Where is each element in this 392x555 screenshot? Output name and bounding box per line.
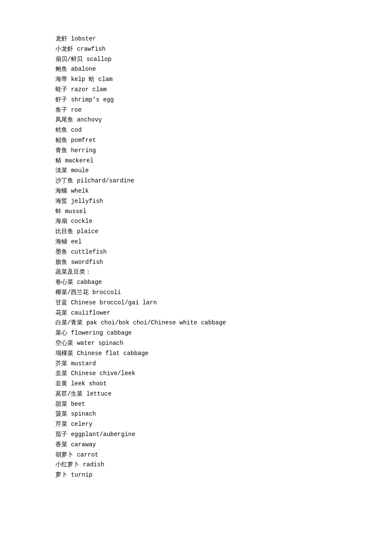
list-item: 扇贝/鲜贝 scallop — [55, 55, 337, 65]
list-item: 芥菜 mustard — [55, 359, 337, 369]
list-item: 鳕鱼 cod — [55, 125, 337, 136]
list-item: 白菜/青菜 pak choi/bok choi/Chinese white ca… — [55, 318, 337, 328]
list-item: 卷心菜 cabbage — [55, 278, 337, 288]
list-item: 淡菜 moule — [55, 166, 337, 176]
list-item: 菠菜 spinach — [55, 409, 337, 419]
list-item: 塌棵菜 Chinese flat cabbage — [55, 349, 337, 359]
list-item: 鲳鱼 pomfret — [55, 136, 337, 146]
list-item: 空心菜 water spinach — [55, 338, 337, 349]
list-item: 蚌 mussel — [55, 207, 337, 217]
list-item: 蔬菜及豆类： — [55, 267, 337, 278]
list-item: 花菜 cauliflower — [55, 308, 337, 318]
list-item: 凤尾鱼 anchovy — [55, 115, 337, 125]
list-item: 海鳗 eel — [55, 237, 337, 247]
list-item: 龙虾 lobster — [55, 34, 337, 44]
list-item: 旗鱼 swordfish — [55, 257, 337, 268]
list-item: 墨鱼 cuttlefish — [55, 247, 337, 257]
list-item: 小龙虾 crawfish — [55, 44, 337, 55]
vocabulary-list: 龙虾 lobster小龙虾 crawfish扇贝/鲜贝 scallop鲍鱼 ab… — [55, 34, 337, 480]
list-item: 海螺 whelk — [55, 186, 337, 197]
list-item: 甜菜 beet — [55, 399, 337, 410]
list-item: 胡萝卜 carrot — [55, 450, 337, 460]
list-item: 鲍鱼 abalone — [55, 64, 337, 75]
list-item: 椰菜/西兰花 broccoli — [55, 288, 337, 298]
list-item: 海蜇 jellyfish — [55, 197, 337, 207]
list-item: 海带 kelp 蛤 clam — [55, 75, 337, 85]
list-item: 菜心 flowering cabbage — [55, 328, 337, 338]
list-item: 沙丁鱼 pilchard/sardine — [55, 176, 337, 186]
list-item: 韭菜 Chinese chive/leek — [55, 369, 337, 379]
list-item: 比目鱼 plaice — [55, 227, 337, 237]
list-item: 青鱼 herring — [55, 146, 337, 156]
list-item: 海扇 cockle — [55, 217, 337, 227]
list-item: 茄子 eggplant/aubergine — [55, 430, 337, 440]
list-item: 萝卜 turnip — [55, 470, 337, 480]
list-item: 芹菜 celery — [55, 419, 337, 430]
list-item: 虾子 shrimp's egg — [55, 95, 337, 105]
list-item: 蛏子 razor clam — [55, 85, 337, 95]
list-item: 小红萝卜 radish — [55, 460, 337, 470]
list-item: 鱼子 roe — [55, 105, 337, 116]
list-item: 香菜 caraway — [55, 440, 337, 450]
list-item: 莴苣/生菜 lettuce — [55, 389, 337, 399]
list-item: 韭黄 leek shoot — [55, 379, 337, 389]
list-item: 鲭 mackerel — [55, 156, 337, 166]
list-item: 甘蓝 Chinese broccol/gai larn — [55, 298, 337, 308]
